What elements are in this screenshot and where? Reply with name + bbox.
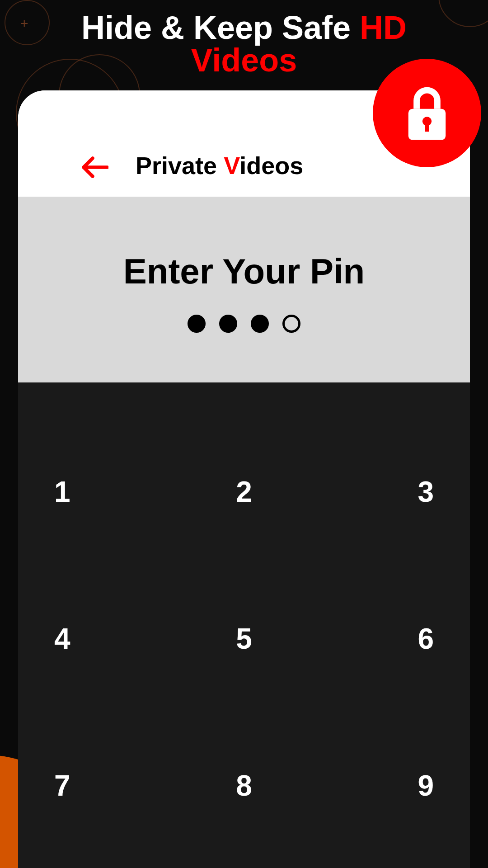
pin-dot bbox=[219, 315, 237, 333]
keypad-key-5[interactable]: 5 bbox=[178, 566, 310, 712]
keypad-key-1[interactable]: 1 bbox=[45, 419, 178, 566]
lock-icon bbox=[402, 84, 452, 142]
keypad-key-3[interactable]: 3 bbox=[310, 419, 443, 566]
pin-dot bbox=[251, 315, 269, 333]
numeric-keypad: 1 2 3 4 5 6 7 8 9 bbox=[18, 382, 470, 868]
keypad-key-4[interactable]: 4 bbox=[45, 566, 178, 712]
pin-dot bbox=[282, 315, 300, 333]
keypad-key-7[interactable]: 7 bbox=[45, 712, 178, 859]
pin-dot bbox=[188, 315, 206, 333]
svg-rect-2 bbox=[425, 123, 429, 132]
pin-prompt: Enter Your Pin bbox=[18, 251, 470, 292]
keypad-key-2[interactable]: 2 bbox=[178, 419, 310, 566]
back-arrow-icon[interactable] bbox=[81, 156, 108, 179]
keypad-key-6[interactable]: 6 bbox=[310, 566, 443, 712]
lock-badge bbox=[373, 59, 481, 167]
pin-entry-card: Private Videos Enter Your Pin 1 2 3 4 5 … bbox=[18, 90, 470, 868]
card-title: Private Videos bbox=[136, 151, 303, 179]
pin-section: Enter Your Pin bbox=[18, 197, 470, 382]
keypad-key-8[interactable]: 8 bbox=[178, 712, 310, 859]
pin-dots-container bbox=[18, 315, 470, 333]
keypad-key-9[interactable]: 9 bbox=[310, 712, 443, 859]
